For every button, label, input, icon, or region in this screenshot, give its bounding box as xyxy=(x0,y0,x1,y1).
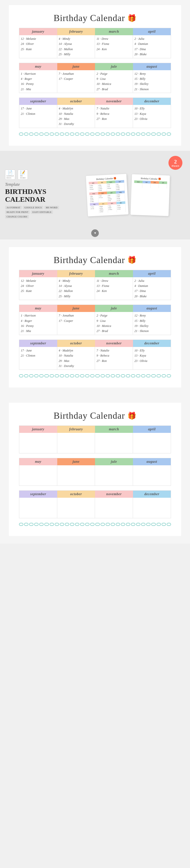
chevron-down-icon: ▾ xyxy=(94,231,96,235)
page-title-2: Birthday Calendar xyxy=(54,255,125,265)
chain-link xyxy=(136,523,140,526)
chain-link xyxy=(70,132,74,135)
scroll-down-button[interactable]: ▾ xyxy=(91,229,99,237)
header-aug: august xyxy=(133,63,171,70)
col-apr-2: 2 · Julia 4 · Damian 17 · Dina 20 · Blak… xyxy=(133,277,171,300)
header-jul-3: jule xyxy=(95,458,133,465)
entry: 11 · Drew xyxy=(97,278,131,283)
mini-col: 10·Ell13·Kay23·Oli xyxy=(116,204,126,212)
header-jun-2: june xyxy=(57,305,95,312)
chain-link xyxy=(136,374,140,377)
entry: 10 · Elly xyxy=(134,106,169,111)
chain-link xyxy=(141,523,146,526)
col-nov: 7 · Natalie 9 · Rebeca 27 · Ron xyxy=(95,105,133,128)
col-dec-2: 10 · Elly 13 · Kaya 23 · Olivia xyxy=(133,347,171,370)
header-apr-2: april xyxy=(133,270,171,277)
entry: 21 · Shenon xyxy=(134,329,169,334)
chain-link xyxy=(39,523,43,526)
col-oct-blank xyxy=(57,498,95,518)
col-feb-blank xyxy=(57,433,95,453)
cal-section-sep-dec: september october november december 17 ·… xyxy=(19,98,171,128)
mini-col xyxy=(134,183,142,188)
chain-link xyxy=(167,132,171,135)
promo-label: Template xyxy=(5,182,66,187)
chain-link xyxy=(29,132,33,135)
header-jun-3: june xyxy=(57,458,95,465)
promo-right: Birthday Calendar 🎁 jan feb mar apr 12·M… xyxy=(71,175,185,215)
header-nov-2: november xyxy=(95,340,133,347)
entry: 13 · Kaya xyxy=(134,111,169,116)
chain-link xyxy=(34,523,38,526)
promo-left: 📄 GOOGLEDOCS 📝 MSWORD Template BIRTHDAYS… xyxy=(5,169,66,221)
mini-col: 7·Nat9·Reb27·Ron xyxy=(107,204,117,213)
col-aug-blank xyxy=(133,465,171,486)
chain-link xyxy=(136,132,140,135)
cal-grid-3-1: january february march april xyxy=(19,426,171,454)
chain-link-row-2 xyxy=(19,374,171,377)
chain-link xyxy=(106,523,110,526)
entry: 19 · Shelley xyxy=(134,323,169,329)
chain-link xyxy=(157,523,161,526)
entry: 25 · Kate xyxy=(21,46,56,52)
header-may-2: may xyxy=(19,305,57,312)
entry: 29 · Max xyxy=(59,358,93,364)
cal-grid-3: september october november december 17 ·… xyxy=(19,98,171,128)
col-jun-2: 7 · Jonathan 17 · Cooper xyxy=(57,312,95,335)
pages-label: PAGES xyxy=(172,165,179,167)
entry: 21 · Clinton xyxy=(21,353,56,358)
mini-col: 2·Pai9·Lis10·Mon27·Br xyxy=(107,194,116,202)
col-sep-2: 17 · June 21 · Clinton xyxy=(19,347,57,370)
entry: 12 · Reny xyxy=(134,313,169,318)
chain-decoration-2 xyxy=(19,374,171,380)
mini-hdr: mar xyxy=(134,180,142,183)
badge-colors: CHANGE COLORS xyxy=(5,215,29,218)
chain-link xyxy=(95,523,100,526)
cal-grid-2-2: may june jule august 1 · Harrison 4 · Ro… xyxy=(19,305,171,335)
col-apr-blank xyxy=(133,433,171,453)
mini-col: 4·Mad10·Nat29·Max31·Dor xyxy=(99,205,108,213)
badge-word: MS WORD xyxy=(44,206,59,209)
chain-link xyxy=(90,132,94,135)
gift-icon-2: 🎁 xyxy=(127,256,136,264)
chain-link xyxy=(126,523,130,526)
col-jul-2: 2 · Paige 9 · Lisa 10 · Monica 27 · Brad xyxy=(95,312,133,335)
entry: 16 · Penny xyxy=(21,81,56,86)
chain-link xyxy=(44,132,49,135)
entry: 25 · Milly xyxy=(59,52,93,57)
chain-link xyxy=(146,374,151,377)
cal-grid-1: january february march april 12 · Melani… xyxy=(19,28,171,58)
entry: 17 · Cooper xyxy=(59,76,93,81)
col-mar-blank xyxy=(95,433,133,453)
chain-link xyxy=(111,374,115,377)
entry: 25 · Kate xyxy=(21,288,56,293)
entry: 27 · Brad xyxy=(97,329,131,334)
chain-decoration-1 xyxy=(19,132,171,138)
entry: 1 · Harrison xyxy=(21,71,56,76)
header-dec-3: december xyxy=(133,491,171,498)
chain-link xyxy=(39,374,43,377)
chain-link xyxy=(75,132,79,135)
entry: 27 · Ron xyxy=(97,116,131,121)
header-dec: december xyxy=(133,98,171,105)
mini-col xyxy=(150,184,159,188)
entry: 23 · Olivia xyxy=(134,358,169,364)
chain-link xyxy=(162,132,166,135)
entry: 9 · Lisa xyxy=(97,318,131,323)
chain-link xyxy=(162,374,166,377)
header-jan-3: january xyxy=(19,426,57,433)
chain-link xyxy=(151,523,156,526)
col-aug: 12 · Reny 15 · Billy 19 · Shelley 21 · S… xyxy=(133,70,171,93)
chain-link xyxy=(70,374,74,377)
badge-edit: EASY EDITABLE xyxy=(31,210,53,214)
entry: 2 · Julia xyxy=(134,278,169,283)
entry: 4 · Mindy xyxy=(59,278,93,283)
entry: 14 · Alyssa xyxy=(59,41,93,46)
entry: 29 · Max xyxy=(59,116,93,121)
gift-icon-3: 🎁 xyxy=(127,411,136,420)
entry: 4 · Mindy xyxy=(59,36,93,41)
badge-a4: A4 FORMAT xyxy=(5,206,22,209)
chain-link xyxy=(75,374,79,377)
chain-link xyxy=(167,374,171,377)
entry: 17 · June xyxy=(21,348,56,353)
mini-col xyxy=(159,184,167,189)
